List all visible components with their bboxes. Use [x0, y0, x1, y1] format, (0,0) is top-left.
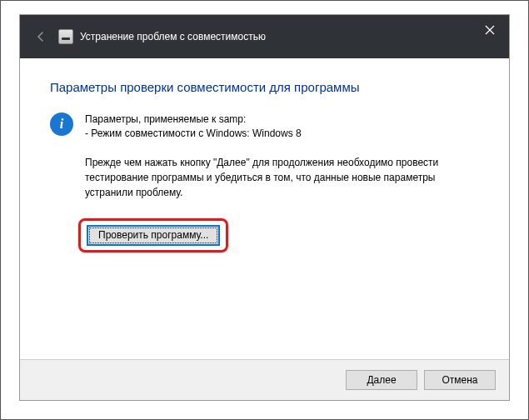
- info-line-2: - Режим совместимости с Windows: Windows…: [85, 127, 302, 141]
- titlebar: Устранение проблем с совместимостью: [20, 15, 509, 58]
- page-heading: Параметры проверки совместимости для про…: [50, 80, 479, 94]
- back-button[interactable]: [32, 28, 50, 46]
- annotation-highlight: Проверить программу...: [78, 218, 228, 252]
- app-icon: [58, 29, 73, 44]
- footer-bar: Далее Отмена: [20, 359, 509, 400]
- test-program-button[interactable]: Проверить программу...: [87, 225, 220, 246]
- info-text: Параметры, применяемые к samp: - Режим с…: [85, 112, 302, 142]
- wizard-window: Устранение проблем с совместимостью Пара…: [19, 14, 510, 401]
- instruction-text: Прежде чем нажать кнопку "Далее" для про…: [85, 155, 443, 200]
- cancel-button[interactable]: Отмена: [424, 370, 496, 390]
- info-line-1: Параметры, применяемые к samp:: [85, 112, 302, 127]
- window-title: Устранение проблем с совместимостью: [80, 31, 266, 42]
- info-row: i Параметры, применяемые к samp: - Режим…: [50, 112, 479, 142]
- next-button[interactable]: Далее: [346, 370, 417, 390]
- info-icon: i: [50, 112, 73, 136]
- content-area: Параметры проверки совместимости для про…: [20, 58, 509, 359]
- close-button[interactable]: [471, 15, 509, 45]
